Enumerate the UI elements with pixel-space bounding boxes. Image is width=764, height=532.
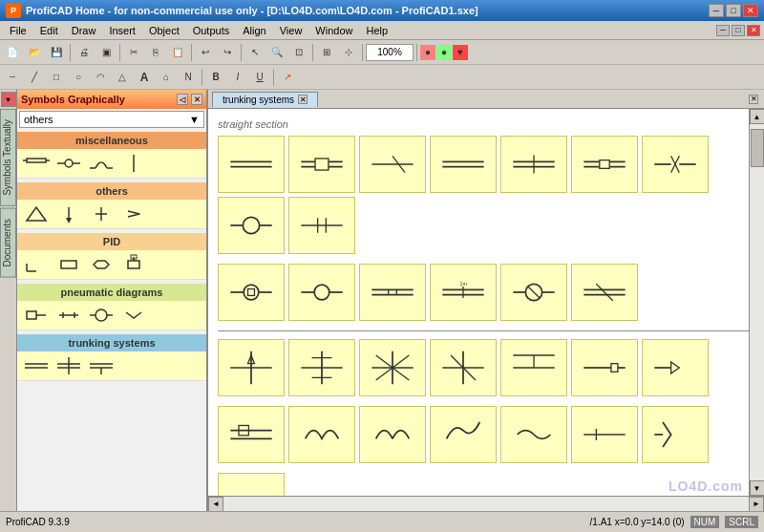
canvas-sym-22[interactable] xyxy=(359,339,426,396)
canvas-sym-32[interactable] xyxy=(359,406,426,463)
panel-close[interactable]: ✕ xyxy=(747,25,760,36)
symbol-pneumatic-4[interactable] xyxy=(120,304,147,327)
canvas-sym-6[interactable] xyxy=(571,136,638,193)
cut-button[interactable]: ✂ xyxy=(123,42,144,63)
canvas-sym-31[interactable] xyxy=(288,406,355,463)
scroll-down-button[interactable]: ▼ xyxy=(750,480,765,496)
scroll-track[interactable] xyxy=(750,124,765,480)
symbol-pid-1[interactable] xyxy=(23,253,50,276)
new-button[interactable]: 📄 xyxy=(2,42,23,63)
rect-button[interactable]: □ xyxy=(46,67,67,88)
symbol-misc-3[interactable] xyxy=(88,152,115,175)
canvas-sym-8[interactable] xyxy=(218,197,285,254)
canvas-sym-4[interactable] xyxy=(430,136,497,193)
symbol-misc-1[interactable] xyxy=(23,152,50,175)
hscroll-track[interactable] xyxy=(223,497,749,512)
italic-button[interactable]: I xyxy=(227,67,248,88)
canvas-sym-15[interactable] xyxy=(571,264,638,321)
canvas-sym-1[interactable] xyxy=(218,136,285,193)
canvas-content[interactable]: straight section xyxy=(208,109,749,496)
menu-insert[interactable]: Insert xyxy=(103,23,141,38)
symbol-misc-2[interactable] xyxy=(55,152,82,175)
select-button[interactable]: ↖ xyxy=(244,42,265,63)
canvas-sym-5[interactable] xyxy=(500,136,567,193)
tab-close-button[interactable]: ✕ xyxy=(298,95,308,104)
print-preview-button[interactable]: ▣ xyxy=(96,42,117,63)
grid-button[interactable]: ⊞ xyxy=(316,42,337,63)
canvas-sym-33[interactable] xyxy=(430,406,497,463)
symbol-pid-2[interactable] xyxy=(55,253,82,276)
label-button[interactable]: ⌂ xyxy=(156,67,177,88)
zoom-input[interactable] xyxy=(366,44,414,61)
hscroll-left-button[interactable]: ◄ xyxy=(208,497,223,512)
menu-draw[interactable]: Draw xyxy=(66,23,102,38)
canvas-sym-20[interactable] xyxy=(218,339,285,396)
canvas-sym-11[interactable] xyxy=(288,264,355,321)
canvas-sym-12[interactable] xyxy=(359,264,426,321)
zoom-in-button[interactable]: 🔍 xyxy=(266,42,287,63)
panel-close-button[interactable]: ✕ xyxy=(191,94,202,105)
symbol-trunking-1[interactable] xyxy=(23,354,50,377)
paste-button[interactable]: 📋 xyxy=(167,42,188,63)
netname-button[interactable]: N xyxy=(178,67,199,88)
vertical-scrollbar[interactable]: ▲ ▼ xyxy=(749,109,764,496)
line-button[interactable]: ╱ xyxy=(24,67,45,88)
circle-button[interactable]: ○ xyxy=(68,67,89,88)
bold-button[interactable]: B xyxy=(205,67,226,88)
menu-outputs[interactable]: Outputs xyxy=(187,23,236,38)
symbol-pid-3[interactable] xyxy=(88,253,115,276)
canvas-sym-25[interactable] xyxy=(571,339,638,396)
symbol-others-1[interactable] xyxy=(23,202,50,225)
canvas-sym-3[interactable] xyxy=(359,136,426,193)
canvas-sym-34[interactable] xyxy=(500,406,567,463)
tab-area-close[interactable]: ✕ xyxy=(749,95,758,104)
snap-button[interactable]: ⊹ xyxy=(338,42,359,63)
canvas-sym-40[interactable] xyxy=(218,473,285,496)
canvas-sym-26[interactable] xyxy=(642,339,709,396)
symbol-others-2[interactable] xyxy=(55,202,82,225)
symbol-trunking-3[interactable] xyxy=(88,354,115,377)
color2-button[interactable]: ● xyxy=(436,45,452,60)
menu-view[interactable]: View xyxy=(274,23,308,38)
symbol-misc-4[interactable] xyxy=(120,152,147,175)
copy-button[interactable]: ⎘ xyxy=(145,42,166,63)
save-button[interactable]: 💾 xyxy=(46,42,67,63)
tab-documents[interactable]: Documents xyxy=(0,208,16,278)
canvas-sym-13[interactable]: 1m xyxy=(430,264,497,321)
zoom-fit-button[interactable]: ⊡ xyxy=(288,42,309,63)
underline-button[interactable]: U xyxy=(249,67,270,88)
scroll-up-button[interactable]: ▲ xyxy=(750,109,765,124)
canvas-sym-36[interactable] xyxy=(642,406,709,463)
tab-symbols-textually[interactable]: Symbols Textually xyxy=(0,109,16,206)
close-button[interactable]: ✕ xyxy=(743,4,758,17)
panel-minimize[interactable]: ─ xyxy=(716,25,730,36)
canvas-sym-24[interactable] xyxy=(500,339,567,396)
symbol-others-3[interactable] xyxy=(88,202,115,225)
wire-button[interactable]: ╌ xyxy=(2,67,23,88)
canvas-sym-14[interactable] xyxy=(500,264,567,321)
symbol-pneumatic-3[interactable] xyxy=(88,304,115,327)
symbol-pneumatic-1[interactable] xyxy=(23,304,50,327)
symbol-pid-4[interactable] xyxy=(120,253,147,276)
open-button[interactable]: 📂 xyxy=(24,42,45,63)
canvas-sym-21[interactable] xyxy=(288,339,355,396)
text-button[interactable]: A xyxy=(134,67,155,88)
minimize-button[interactable]: ─ xyxy=(709,4,724,17)
symbol-others-4[interactable] xyxy=(120,202,147,225)
panel-pin-button[interactable]: ◁ xyxy=(177,94,188,105)
palette-button[interactable]: ● xyxy=(420,45,435,60)
hscroll-right-button[interactable]: ► xyxy=(749,497,764,512)
color3-button[interactable]: ♥ xyxy=(453,45,468,60)
arc-button[interactable]: ◠ xyxy=(90,67,111,88)
menu-window[interactable]: Window xyxy=(309,23,358,38)
canvas-sym-10[interactable] xyxy=(218,264,285,321)
panel-restore[interactable]: □ xyxy=(732,25,745,36)
undo-button[interactable]: ↩ xyxy=(195,42,216,63)
menu-object[interactable]: Object xyxy=(143,23,185,38)
symbol-trunking-2[interactable] xyxy=(55,354,82,377)
canvas-sym-2[interactable] xyxy=(288,136,355,193)
menu-edit[interactable]: Edit xyxy=(34,23,64,38)
canvas-sym-9[interactable] xyxy=(288,197,355,254)
symbol-pneumatic-2[interactable] xyxy=(55,304,82,327)
canvas-sym-23[interactable] xyxy=(430,339,497,396)
